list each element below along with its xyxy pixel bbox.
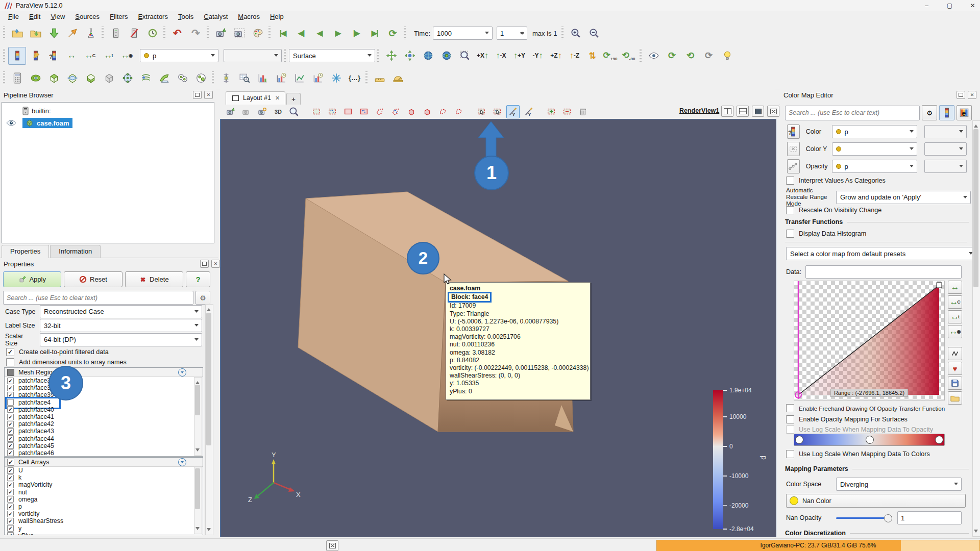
group-datasets-icon[interactable] — [174, 69, 191, 87]
reset-session-icon[interactable] — [143, 24, 161, 42]
menu-help[interactable]: Help — [265, 12, 289, 22]
extract-level-icon[interactable] — [192, 69, 210, 87]
combine-cell-arrays-icon[interactable] — [178, 458, 186, 466]
select-block-icon[interactable] — [405, 105, 418, 118]
mesh-region-row[interactable]: patch/face41 — [5, 413, 203, 420]
menu-extractors[interactable]: Extractors — [133, 12, 173, 22]
rescale-temporal-icon[interactable]: ↔t — [948, 310, 962, 323]
save-state-icon[interactable] — [45, 24, 63, 42]
opacity-surfaces-checkbox[interactable]: Enable Opacity Mapping For Surfaces — [786, 415, 908, 423]
rescale-to-data-range-icon[interactable]: ↔ — [63, 47, 81, 65]
rescale-custom-icon[interactable]: ↔C — [948, 295, 962, 309]
capture-screenshot-icon[interactable] — [230, 24, 248, 42]
cell-array-row[interactable]: U — [5, 467, 203, 474]
save-preset-icon[interactable] — [948, 377, 962, 390]
mesh-region-row[interactable]: patch/face46 — [5, 449, 203, 457]
representation-combo[interactable]: Surface — [289, 49, 375, 62]
combine-arrays-icon[interactable] — [178, 368, 186, 377]
maximize-icon[interactable]: ▢ — [938, 0, 961, 11]
maximize-view-icon[interactable] — [752, 106, 764, 117]
select-cells-on-icon[interactable] — [310, 105, 323, 118]
abort-progress-icon[interactable] — [326, 540, 338, 551]
pipeline-item-builtin[interactable]: builtin: — [2, 105, 214, 117]
cell-array-row[interactable]: wallShearStress — [5, 517, 203, 524]
slice-filter-icon[interactable] — [63, 69, 81, 87]
invert-transfer-icon[interactable] — [948, 347, 962, 360]
clip-filter-icon[interactable] — [45, 69, 63, 87]
select-points-through-icon[interactable] — [357, 105, 371, 118]
interactive-select-cells-icon[interactable] — [475, 105, 488, 118]
cell-array-row[interactable]: p — [5, 503, 203, 510]
reset-camera-icon[interactable] — [382, 47, 400, 65]
scalar-size-combo[interactable]: 64-bit (DP) — [40, 333, 202, 346]
select-points-on-icon[interactable] — [326, 105, 339, 118]
mesh-regions-tristate-checkbox[interactable] — [7, 369, 14, 376]
catalyst-export-icon[interactable] — [82, 24, 100, 42]
rescale-visible-icon[interactable]: ↔◉ — [948, 325, 962, 338]
rescale-to-visible-range-icon[interactable]: ↔◉ — [118, 47, 136, 65]
plot-selection-over-time-icon[interactable] — [272, 69, 290, 87]
toggle-interaction-mode-icon[interactable]: 3D — [272, 105, 285, 118]
copy-view-icon[interactable] — [240, 105, 253, 118]
rescale-to-custom-range-icon[interactable]: ↔C — [81, 47, 99, 65]
python-calculator-icon[interactable]: {…} — [346, 69, 363, 87]
mesh-region-row[interactable]: patch/face37 — [5, 377, 203, 384]
redo-icon[interactable]: ↷ — [187, 24, 205, 42]
close-layout-icon[interactable]: ✕ — [275, 95, 280, 102]
cell-arrays-header[interactable]: Cell Arrays — [5, 458, 203, 467]
tab-information[interactable]: Information — [50, 245, 101, 258]
first-frame-icon[interactable]: |◀ — [274, 24, 291, 42]
warp-by-vector-icon[interactable] — [155, 69, 173, 87]
dimensional-units-checkbox[interactable]: Add dimensional units to array names — [6, 358, 127, 366]
contour-filter-icon[interactable] — [27, 69, 44, 87]
choose-preset-icon[interactable] — [948, 391, 962, 405]
undock-cme-icon[interactable] — [957, 91, 965, 99]
zoom-to-box-icon[interactable] — [456, 47, 474, 65]
grow-selection-icon[interactable] — [545, 105, 558, 118]
nan-color-button[interactable]: Nan Color — [786, 494, 966, 508]
menu-sources[interactable]: Sources — [70, 12, 105, 22]
close-properties-icon[interactable]: ✕ — [211, 260, 220, 268]
toggle-color-legend-icon[interactable] — [8, 47, 26, 65]
set-view-minus-x-button[interactable]: ↑-X — [492, 47, 510, 65]
find-data-icon[interactable] — [235, 69, 253, 87]
previous-frame-icon[interactable]: ◀| — [292, 24, 310, 42]
freehand-select-cells-icon[interactable] — [436, 105, 450, 118]
close-cme-icon[interactable]: ✕ — [968, 91, 976, 99]
gradient-left-handle[interactable] — [795, 436, 803, 444]
gradient-mid-handle[interactable] — [866, 436, 874, 444]
close-panel-icon[interactable]: ✕ — [204, 91, 213, 99]
select-cells-through-icon[interactable] — [341, 105, 355, 118]
rescale-mode-combo[interactable]: Grow and update on 'Apply' — [836, 191, 971, 204]
light-kit-icon[interactable] — [718, 47, 736, 65]
zoom-closest-to-data-icon[interactable] — [437, 47, 455, 65]
menu-edit[interactable]: Edit — [24, 12, 45, 22]
frame-spinner[interactable]: 1 — [497, 27, 527, 40]
capture-view-icon[interactable] — [256, 105, 269, 118]
display-histogram-checkbox[interactable]: Display Data Histogram — [786, 230, 866, 238]
set-view-plus-x-button[interactable]: +X↑ — [474, 47, 492, 65]
rotate-view-ccw-icon[interactable]: ⟲ — [681, 47, 699, 65]
help-button[interactable]: ? — [186, 271, 210, 287]
menu-macros[interactable]: Macros — [233, 12, 265, 22]
properties-search-input[interactable] — [3, 291, 193, 305]
undock-panel-icon[interactable] — [193, 91, 202, 99]
time-combo[interactable]: 1000 — [433, 27, 493, 40]
log-opacity-checkbox[interactable]: Use Log Scale When Mapping Data To Opaci… — [786, 425, 933, 434]
pipeline-item-case-foam[interactable]: case.foam — [2, 117, 214, 129]
menu-catalyst[interactable]: Catalyst — [199, 12, 233, 22]
hover-cells-icon[interactable]: ? — [506, 105, 520, 118]
gradient-right-handle[interactable] — [935, 436, 943, 444]
properties-scrollbar[interactable] — [205, 304, 213, 535]
nan-opacity-slider[interactable] — [836, 513, 892, 522]
cell-array-row[interactable]: magVorticity — [5, 481, 203, 488]
select-cells-polygon-icon[interactable] — [373, 105, 386, 118]
close-view-icon[interactable] — [767, 106, 779, 117]
zoom-out-icon[interactable] — [585, 24, 603, 42]
undo-icon[interactable]: ↶ — [168, 24, 186, 42]
cme-scrollbar[interactable] — [972, 120, 980, 537]
save-data-icon[interactable] — [27, 24, 44, 42]
minimize-icon[interactable]: – — [915, 0, 938, 11]
color-space-combo[interactable]: Diverging — [836, 478, 962, 491]
preset-combo[interactable]: Select a color map from default presets — [786, 247, 976, 260]
